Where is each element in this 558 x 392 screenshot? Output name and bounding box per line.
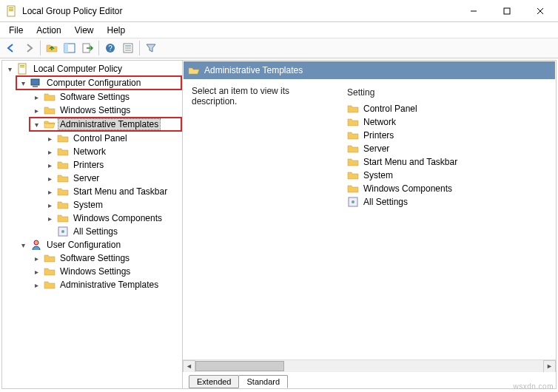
policy-icon — [17, 63, 29, 75]
tree-item-printers[interactable]: ▸Printers — [42, 158, 182, 172]
tree-item-local-policy[interactable]: ▾ Local Computer Policy — [2, 62, 182, 75]
chevron-right-icon[interactable]: ▸ — [45, 134, 54, 143]
list-item[interactable]: All Settings — [347, 195, 547, 209]
user-icon — [30, 239, 42, 251]
tree-item-startmenu[interactable]: ▸Start Menu and Taskbar — [42, 185, 182, 198]
folder-icon — [347, 183, 359, 195]
tree-item-user-software[interactable]: ▸Software Settings — [29, 251, 182, 265]
chevron-right-icon[interactable]: ▸ — [45, 160, 54, 169]
chevron-down-icon[interactable]: ▾ — [5, 64, 14, 73]
tree-item-system[interactable]: ▸System — [42, 198, 182, 212]
tree-label: Administrative Templates — [58, 119, 160, 129]
tree-label: Administrative Templates — [58, 280, 160, 290]
menu-action[interactable]: Action — [30, 24, 67, 37]
settings-list: Setting Control Panel Network Printers S… — [347, 86, 547, 354]
folder-icon — [347, 156, 359, 168]
chevron-right-icon[interactable]: ▸ — [45, 174, 54, 183]
list-item[interactable]: System — [347, 169, 547, 182]
svg-point-24 — [34, 240, 38, 245]
export-icon — [81, 42, 93, 54]
tree-item-user-config[interactable]: ▾ User Configuration — [16, 238, 182, 251]
filter-button[interactable] — [143, 40, 159, 56]
help-icon: ? — [104, 42, 116, 54]
tree-label: Network — [72, 146, 107, 157]
tree-label: System — [72, 200, 104, 210]
chevron-right-icon[interactable]: ▸ — [32, 254, 41, 263]
list-item[interactable]: Windows Components — [347, 182, 547, 195]
svg-rect-5 — [504, 8, 510, 14]
tree-item-user-admin[interactable]: ▸Administrative Templates — [29, 278, 182, 291]
list-label: Network — [363, 117, 396, 127]
chevron-right-icon[interactable]: ▸ — [45, 187, 54, 196]
scroll-right-button[interactable]: ► — [543, 360, 556, 373]
svg-rect-19 — [20, 67, 24, 67]
forward-button[interactable] — [21, 40, 37, 56]
chevron-right-icon[interactable]: ▸ — [45, 200, 54, 209]
tree-label: Printers — [72, 160, 105, 170]
properties-icon — [122, 42, 134, 54]
chevron-right-icon[interactable]: ▸ — [45, 214, 54, 223]
chevron-down-icon[interactable]: ▾ — [19, 78, 27, 87]
scroll-track[interactable] — [195, 360, 543, 373]
tree-item-software-settings[interactable]: ▸Software Settings — [29, 90, 182, 104]
toolbar-separator — [139, 41, 140, 55]
details-pane: Administrative Templates Select an item … — [183, 61, 556, 388]
minimize-icon — [470, 7, 477, 15]
tree-item-user-windows[interactable]: ▸Windows Settings — [29, 265, 182, 278]
help-button[interactable]: ? — [102, 40, 118, 56]
svg-point-26 — [352, 200, 354, 203]
chevron-right-icon[interactable]: ▸ — [32, 92, 41, 101]
showpane-button[interactable] — [61, 40, 78, 56]
properties-button[interactable] — [120, 40, 136, 56]
tree-item-computer-config[interactable]: ▾ Computer Configuration — [16, 75, 182, 90]
tree-pane[interactable]: ▾ Local Computer Policy ▾ Computer Confi… — [2, 61, 183, 388]
list-item[interactable]: Start Menu and Taskbar — [347, 155, 547, 169]
menu-view[interactable]: View — [69, 24, 100, 37]
minimize-button[interactable] — [457, 0, 490, 21]
menu-help[interactable]: Help — [101, 24, 132, 37]
chevron-right-icon[interactable]: ▸ — [32, 280, 41, 289]
list-label: All Settings — [363, 197, 408, 207]
horizontal-scrollbar[interactable]: ◄ ► — [183, 359, 556, 372]
chevron-down-icon[interactable]: ▾ — [19, 240, 27, 249]
maximize-button[interactable] — [490, 0, 523, 21]
chevron-down-icon[interactable]: ▾ — [32, 120, 41, 129]
tree-item-network[interactable]: ▸Network — [42, 145, 182, 158]
tree-label: Windows Settings — [58, 105, 132, 115]
folder-icon — [347, 116, 359, 128]
list-header-setting: Setting — [347, 86, 547, 102]
list-item[interactable]: Control Panel — [347, 102, 547, 115]
maximize-icon — [503, 7, 511, 15]
folder-open-icon — [188, 64, 200, 76]
tree-item-wincomponents[interactable]: ▸Windows Components — [42, 212, 182, 225]
export-button[interactable] — [79, 40, 95, 56]
folder-icon — [44, 91, 56, 103]
tree-item-admin-templates[interactable]: ▾ Administrative Templates — [29, 117, 182, 132]
scroll-thumb[interactable] — [195, 361, 284, 371]
tab-extended[interactable]: Extended — [189, 375, 239, 388]
list-item[interactable]: Network — [347, 115, 547, 129]
chevron-right-icon[interactable]: ▸ — [32, 267, 41, 276]
close-button[interactable] — [523, 0, 557, 21]
up-button[interactable] — [44, 40, 60, 56]
menu-file[interactable]: File — [3, 24, 29, 37]
tree-item-control-panel[interactable]: ▸Control Panel — [42, 132, 182, 145]
tree-item-server[interactable]: ▸Server — [42, 172, 182, 185]
tab-standard[interactable]: Standard — [238, 375, 288, 388]
back-button[interactable] — [3, 40, 19, 56]
list-item[interactable]: Server — [347, 142, 547, 155]
list-item[interactable]: Printers — [347, 129, 547, 142]
tree-item-windows-settings[interactable]: ▸Windows Settings — [29, 104, 182, 117]
svg-text:?: ? — [108, 44, 112, 53]
tree-item-allsettings[interactable]: All Settings — [42, 225, 182, 238]
chevron-right-icon[interactable]: ▸ — [32, 106, 41, 115]
tree-root: ▾ Local Computer Policy ▾ Computer Confi… — [2, 62, 182, 291]
chevron-right-icon[interactable]: ▸ — [45, 147, 54, 156]
folder-icon — [347, 129, 359, 141]
path-title: Administrative Templates — [204, 65, 303, 75]
list-label: Control Panel — [363, 104, 417, 114]
scroll-left-button[interactable]: ◄ — [183, 360, 195, 373]
content-area: ▾ Local Computer Policy ▾ Computer Confi… — [1, 60, 557, 389]
tree-label: All Settings — [72, 226, 119, 237]
list-label: Windows Components — [363, 183, 452, 194]
